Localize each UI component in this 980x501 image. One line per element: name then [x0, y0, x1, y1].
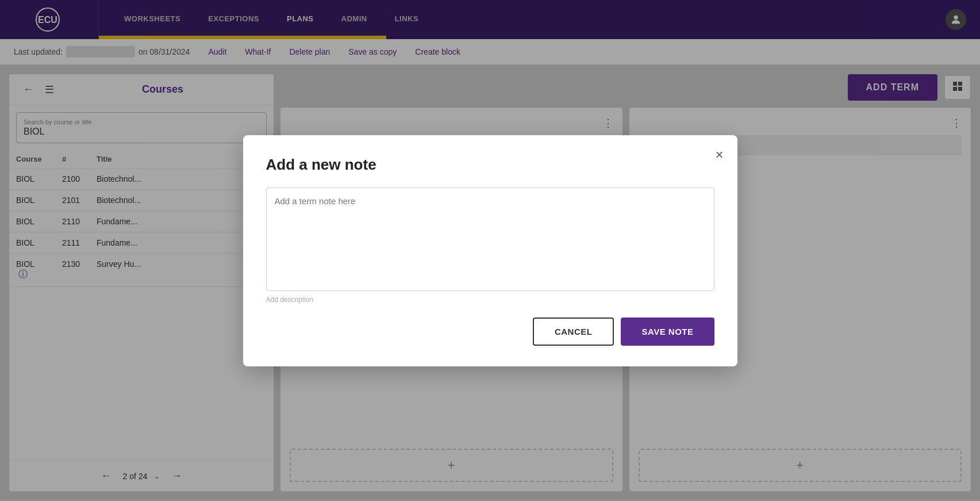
modal-title: Add a new note	[266, 156, 714, 174]
save-note-button[interactable]: SAVE NOTE	[621, 318, 714, 346]
modal-actions: CANCEL SAVE NOTE	[266, 318, 714, 346]
modal-close-button[interactable]: ×	[715, 147, 723, 163]
cancel-button[interactable]: CANCEL	[533, 318, 614, 346]
note-textarea[interactable]	[266, 188, 714, 291]
textarea-label: Add description	[266, 296, 714, 304]
modal-dialog: Add a new note × Add description CANCEL …	[243, 135, 737, 366]
modal-overlay[interactable]: Add a new note × Add description CANCEL …	[0, 0, 980, 501]
